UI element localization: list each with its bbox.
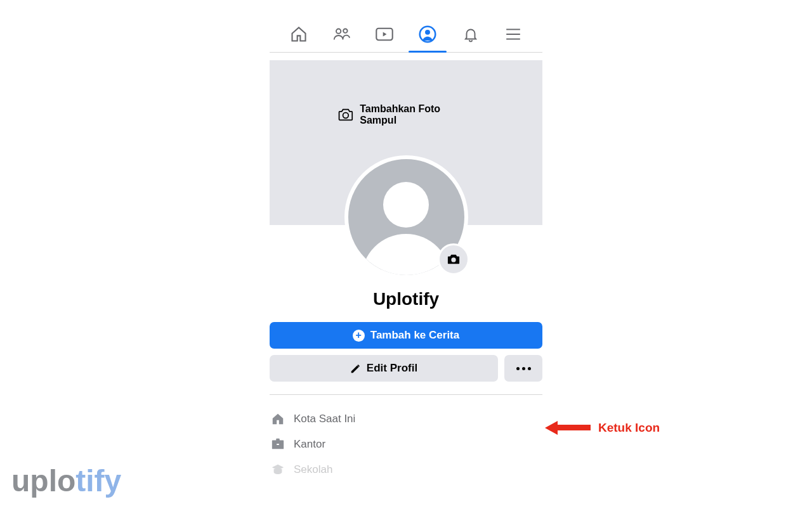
- active-tab-underline: [409, 51, 447, 53]
- camera-icon: [338, 107, 354, 122]
- friends-icon: [332, 25, 351, 43]
- about-item-label: Sekolah: [294, 463, 332, 476]
- about-item-school[interactable]: Sekolah: [270, 457, 542, 482]
- profile-name: Uplotify: [270, 289, 542, 309]
- svg-point-8: [343, 113, 349, 119]
- annotation-label: Ketuk Icon: [598, 421, 660, 435]
- about-list: Kota Saat Ini Kantor Sekolah: [270, 406, 542, 482]
- plus-circle-icon: +: [353, 330, 365, 342]
- bell-icon: [462, 25, 479, 43]
- add-to-story-label: Tambah ke Cerita: [370, 329, 459, 342]
- action-buttons: + Tambah ke Cerita Edit Profil: [270, 309, 542, 382]
- tab-notifications[interactable]: [449, 25, 492, 43]
- watermark-part2: tify: [75, 464, 121, 498]
- about-item-label: Kota Saat Ini: [294, 413, 355, 425]
- phone-frame: Tambahkan Foto Sampul Uplotify + Tambah …: [270, 14, 542, 482]
- watermark-logo: uplotify: [11, 463, 121, 498]
- tab-menu[interactable]: [492, 27, 535, 41]
- ellipsis-icon: [516, 367, 531, 370]
- tab-home[interactable]: [277, 25, 320, 43]
- add-cover-label: Tambahkan Foto Sampul: [360, 103, 474, 126]
- top-navbar: [270, 14, 542, 53]
- camera-icon: [447, 253, 461, 266]
- home-icon: [290, 25, 308, 43]
- briefcase-icon: [271, 437, 285, 451]
- svg-point-4: [425, 30, 430, 35]
- pencil-icon: [350, 363, 361, 374]
- add-to-story-button[interactable]: + Tambah ke Cerita: [270, 322, 542, 349]
- about-item-city[interactable]: Kota Saat Ini: [270, 406, 542, 432]
- edit-profile-label: Edit Profil: [367, 362, 417, 375]
- tab-watch[interactable]: [363, 26, 406, 42]
- gradcap-icon: [271, 463, 285, 477]
- svg-point-9: [451, 257, 455, 262]
- avatar-placeholder-body: [362, 234, 450, 279]
- annotation-arrow: Ketuk Icon: [545, 421, 660, 435]
- watch-icon: [375, 26, 394, 42]
- divider: [270, 394, 542, 395]
- arrow-icon: [545, 422, 589, 434]
- svg-point-0: [336, 29, 341, 34]
- tab-profile[interactable]: [406, 25, 449, 43]
- avatar-placeholder-head: [383, 182, 429, 228]
- about-item-label: Kantor: [294, 438, 325, 451]
- watermark-part1: uplo: [11, 464, 75, 498]
- svg-point-1: [343, 29, 347, 32]
- home-icon: [271, 412, 285, 426]
- about-item-work[interactable]: Kantor: [270, 432, 542, 457]
- profile-icon: [419, 25, 436, 43]
- change-photo-button[interactable]: [438, 243, 469, 275]
- more-options-button[interactable]: [504, 355, 542, 382]
- add-cover-button[interactable]: Tambahkan Foto Sampul: [338, 103, 475, 126]
- tab-friends[interactable]: [320, 25, 363, 43]
- hamburger-icon: [505, 27, 521, 41]
- avatar-section: [270, 155, 542, 279]
- edit-profile-button[interactable]: Edit Profil: [270, 355, 498, 382]
- bottom-fade: [0, 501, 812, 516]
